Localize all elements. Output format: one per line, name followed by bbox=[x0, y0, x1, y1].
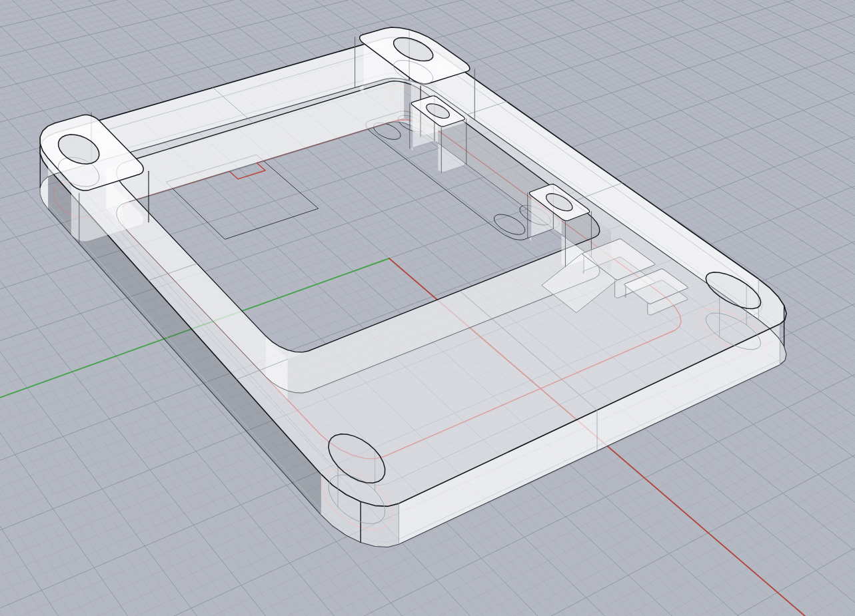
cad-3d-scene[interactable] bbox=[0, 0, 855, 616]
cad-viewport[interactable] bbox=[0, 0, 855, 616]
